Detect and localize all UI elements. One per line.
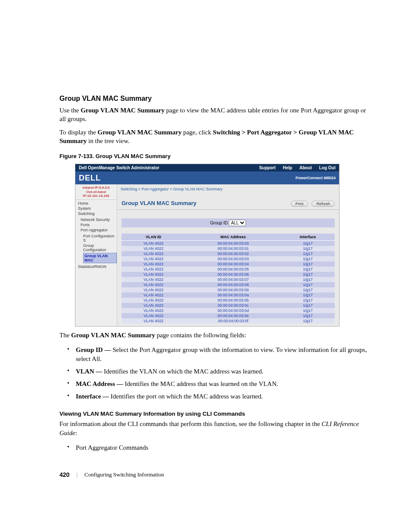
print-button[interactable]: Print <box>291 201 308 207</box>
link-logout[interactable]: Log Out <box>319 165 336 170</box>
table-cell: 1/g17 <box>281 251 335 256</box>
table-row: VLAN 402200:00:04:00:03:051/g17 <box>121 267 335 272</box>
tree-system[interactable]: System <box>78 206 117 211</box>
table-cell: VLAN 4022 <box>121 287 186 292</box>
table-cell: VLAN 4022 <box>121 313 186 318</box>
field-term: Group ID — <box>76 346 112 353</box>
table-cell: 00:00:04:00:03:07 <box>186 277 281 282</box>
text-bold: Group VLAN MAC Summary <box>98 129 182 136</box>
table-cell: 1/g17 <box>281 292 335 298</box>
intro-paragraph-2: To display the Group VLAN MAC Summary pa… <box>59 128 372 146</box>
table-row: VLAN 402200:00:04:00:03:0a1/g17 <box>121 292 335 298</box>
tree-port-config[interactable]: Port Configuration S <box>83 233 117 243</box>
table-row: VLAN 402200:00:04:00:03:0c1/g17 <box>121 303 335 308</box>
field-desc: Identifies the MAC address that was lear… <box>125 380 278 387</box>
tree-home[interactable]: Home <box>78 201 117 206</box>
table-cell: VLAN 4022 <box>121 292 186 298</box>
tree-network-security[interactable]: Network Security <box>81 217 117 222</box>
field-term: MAC Address — <box>76 380 125 387</box>
table-cell: 1/g17 <box>281 267 335 272</box>
text: page contains the following fields: <box>155 332 246 339</box>
table-cell: 1/g17 <box>281 298 335 303</box>
table-row: VLAN 402200:00:04:00:03:081/g17 <box>121 282 335 287</box>
page-number: 420 <box>59 471 69 478</box>
link-about[interactable]: About <box>299 165 312 170</box>
field-term: VLAN — <box>76 368 104 375</box>
page-footer: 420 | Configuring Switching Information <box>59 471 372 478</box>
breadcrumb: Switching > Port Aggregator > Group VLAN… <box>117 184 339 199</box>
app-titlebar: Dell OpenManage Switch Administrator Sup… <box>75 164 339 171</box>
table-row: VLAN 402200:00:04:00:03:031/g17 <box>121 256 335 261</box>
group-id-select[interactable]: ALL <box>229 220 246 226</box>
table-cell: 00:00:04:00:03:06 <box>186 272 281 277</box>
filter-label: Group ID <box>210 221 228 225</box>
fields-intro: The Group VLAN MAC Summary page contains… <box>59 331 372 339</box>
table-cell: 1/g17 <box>281 256 335 261</box>
tree-group-config[interactable]: Group Configuration <box>83 243 117 252</box>
mac-table: VLAN ID MAC Address Interface VLAN 40220… <box>121 233 335 324</box>
table-cell: VLAN 4022 <box>121 256 186 261</box>
table-cell: 1/g17 <box>281 308 335 313</box>
table-cell: 1/g17 <box>281 261 335 267</box>
screenshot-figure: Dell OpenManage Switch Administrator Sup… <box>75 164 339 327</box>
col-interface: Interface <box>281 233 335 241</box>
table-row: VLAN 402200:00:04:00:03:0d1/g17 <box>121 308 335 313</box>
table-row: VLAN 402200:00:04:00:03:061/g17 <box>121 272 335 277</box>
table-cell: VLAN 4022 <box>121 241 186 246</box>
table-row: VLAN 402200:00:04:00:03:0f1/g17 <box>121 318 335 324</box>
table-cell: VLAN 4022 <box>121 298 186 303</box>
table-cell: 00:00:04:00:03:04 <box>186 261 281 267</box>
app-title: Dell OpenManage Switch Administrator <box>79 165 159 170</box>
footer-separator-icon: | <box>76 471 78 478</box>
text: : <box>75 429 77 436</box>
tree-group-vlan-mac[interactable]: Group VLAN MAC <box>83 253 117 263</box>
table-cell: 00:00:04:00:03:0d <box>186 308 281 313</box>
table-cell: 1/g17 <box>281 277 335 282</box>
ip-info: Inband IP:0.0.0.0 Out-of-band IP:10.131.… <box>75 184 117 200</box>
table-cell: VLAN 4022 <box>121 272 186 277</box>
table-cell: 1/g17 <box>281 287 335 292</box>
refresh-button[interactable]: Refresh <box>311 201 335 207</box>
table-cell: 1/g17 <box>281 246 335 251</box>
table-cell: 00:00:04:00:03:05 <box>186 267 281 272</box>
tree-statistics[interactable]: Statistics/RMON <box>78 264 117 269</box>
fields-bullet-list: Group ID — Select the Port Aggregator gr… <box>67 344 372 403</box>
footer-chapter: Configuring Switching Information <box>84 471 164 478</box>
table-cell: 00:00:04:00:03:0b <box>186 298 281 303</box>
tree-ports[interactable]: Ports <box>81 222 117 227</box>
link-support[interactable]: Support <box>259 165 275 170</box>
table-cell: VLAN 4022 <box>121 277 186 282</box>
table-row: VLAN 402200:00:04:00:03:021/g17 <box>121 251 335 256</box>
section-heading: Group VLAN MAC Summary <box>59 95 372 103</box>
table-row: VLAN 402200:00:04:00:03:071/g17 <box>121 277 335 282</box>
filter-bar: Group ID ALL <box>121 218 335 227</box>
table-cell: 00:00:04:00:03:0c <box>186 303 281 308</box>
brand-bar: DELL PowerConnect M8024 <box>75 171 339 184</box>
table-row: VLAN 402200:00:04:00:03:0b1/g17 <box>121 298 335 303</box>
table-cell: 00:00:04:00:03:09 <box>186 287 281 292</box>
table-cell: VLAN 4022 <box>121 261 186 267</box>
panel-title: Group VLAN MAC Summary <box>121 200 196 206</box>
table-cell: VLAN 4022 <box>121 251 186 256</box>
cli-bullet-list: Port Aggregator Commands <box>67 442 372 454</box>
tree-switching[interactable]: Switching <box>78 211 117 216</box>
tree-port-aggregator[interactable]: Port Aggregator <box>81 227 117 233</box>
col-mac-address: MAC Address <box>186 233 281 241</box>
table-cell: 1/g17 <box>281 318 335 324</box>
table-cell: VLAN 4022 <box>121 308 186 313</box>
list-item: Group ID — Select the Port Aggregator gr… <box>67 344 372 365</box>
text: page, click <box>181 129 212 136</box>
text-bold: Group VLAN MAC Summary <box>71 332 155 339</box>
link-help[interactable]: Help <box>283 165 293 170</box>
text: To display the <box>59 129 98 136</box>
table-cell: VLAN 4022 <box>121 282 186 287</box>
titlebar-links: Support Help About Log Out <box>253 165 336 170</box>
table-cell: 00:00:04:00:03:0e <box>186 313 281 318</box>
table-row: VLAN 402200:00:04:00:03:0e1/g17 <box>121 313 335 318</box>
cli-paragraph: For information about the CLI commands t… <box>59 420 372 437</box>
sub-heading: Viewing VLAN MAC Summary Information by … <box>59 411 372 417</box>
table-cell: 1/g17 <box>281 241 335 246</box>
field-desc: Select the Port Aggregator group with th… <box>76 346 367 362</box>
intro-paragraph-1: Use the Group VLAN MAC Summary page to v… <box>59 106 372 124</box>
text: Use the <box>59 107 81 114</box>
